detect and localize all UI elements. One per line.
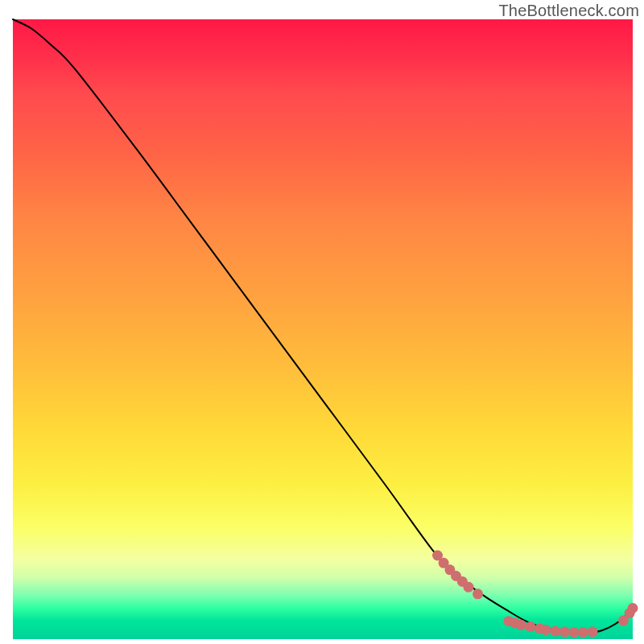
data-point [516,620,526,630]
watermark-text: TheBottleneck.com [498,2,639,20]
data-point [588,626,598,637]
data-point [578,627,588,638]
bottleneck-curve [13,19,633,633]
data-point [525,621,535,632]
chart-stage: TheBottleneck.com [0,0,644,644]
plot-area [12,19,634,640]
data-point [473,588,483,599]
data-point [568,627,579,638]
data-point [541,625,551,635]
chart-overlay-svg [13,19,633,639]
data-point [559,626,570,637]
data-point [628,603,638,613]
data-point [464,582,474,592]
data-point [550,626,560,637]
